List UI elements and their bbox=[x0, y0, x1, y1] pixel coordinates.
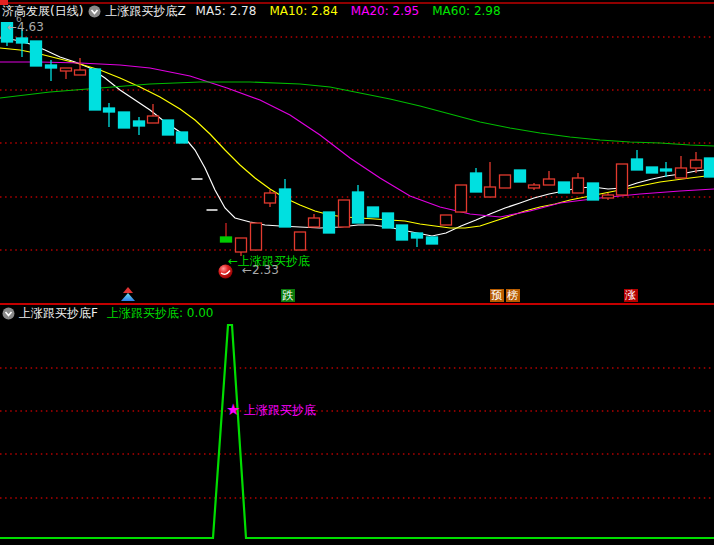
stock-app-window: { "titlebar": { "stock_title": "济高发展(日线)… bbox=[0, 0, 714, 545]
candle-up bbox=[500, 175, 511, 188]
candle-up bbox=[485, 162, 496, 197]
sub-indicator-name[interactable]: 上涨跟买抄底F bbox=[19, 305, 98, 322]
sub-indicator-dropdown-chevron-icon[interactable] bbox=[2, 307, 15, 320]
candle-down bbox=[119, 112, 130, 128]
candle-down bbox=[705, 158, 714, 177]
candle-down bbox=[31, 41, 42, 66]
stock-title: 济高发展(日线) bbox=[2, 3, 83, 20]
high-price-label: ←4.63 bbox=[7, 21, 44, 33]
candle-down bbox=[647, 167, 658, 173]
candle-down bbox=[397, 225, 408, 240]
sub-panel-header: 上涨跟买抄底F 上涨跟买抄底: 0.00 bbox=[2, 306, 213, 321]
footer-button-glyph[interactable]: 跌 bbox=[281, 289, 295, 302]
candle-signal bbox=[221, 223, 232, 242]
candle-up bbox=[148, 104, 159, 123]
candle-up bbox=[61, 68, 72, 79]
candle-down bbox=[632, 150, 643, 170]
candle-down bbox=[163, 120, 174, 135]
candle-down bbox=[383, 213, 394, 228]
ma60-value: MA60: 2.98 bbox=[432, 4, 500, 18]
candle-down bbox=[280, 179, 291, 227]
footer-button-3[interactable]: 涨 bbox=[623, 289, 639, 302]
candle-up bbox=[603, 193, 614, 200]
candle-up bbox=[691, 152, 702, 173]
candle-up bbox=[573, 173, 584, 193]
candle-up bbox=[456, 185, 467, 212]
candle-down bbox=[471, 168, 482, 192]
signal-ball-icon bbox=[218, 264, 233, 279]
ma-legend: MA5: 2.78 MA10: 2.84 MA20: 2.95 MA60: 2.… bbox=[196, 4, 501, 18]
footer-button-2[interactable]: 预榜 bbox=[489, 289, 521, 302]
candle-up bbox=[441, 215, 452, 225]
candle-down bbox=[353, 185, 364, 223]
candle-down bbox=[661, 162, 672, 177]
footer-button-1[interactable]: 跌 bbox=[280, 289, 296, 302]
candle-down bbox=[90, 69, 101, 110]
candle-up bbox=[544, 171, 555, 185]
buy-signal-star-label: 上涨跟买抄底 bbox=[244, 404, 316, 416]
candle-down bbox=[368, 207, 379, 217]
low-price-label: ←2.33 bbox=[242, 264, 279, 276]
buy-signal-star-icon: ★ bbox=[226, 402, 240, 418]
candle-down bbox=[134, 117, 145, 135]
candle-down bbox=[515, 170, 526, 182]
footer-button-glyph[interactable]: 涨 bbox=[624, 289, 638, 302]
candle-up bbox=[251, 223, 262, 250]
ma20-value: MA20: 2.95 bbox=[351, 4, 419, 18]
candle-up bbox=[339, 200, 350, 227]
candle-down bbox=[412, 233, 423, 247]
main-indicator-name[interactable]: 上涨跟买抄底Z bbox=[105, 3, 185, 20]
footer-button-glyph[interactable]: 榜 bbox=[506, 289, 520, 302]
candle-up bbox=[676, 156, 687, 178]
candle-down bbox=[46, 60, 57, 81]
chart-title-bar: 济高发展(日线) 上涨跟买抄底Z MA5: 2.78 MA10: 2.84 MA… bbox=[2, 3, 501, 19]
candle-up bbox=[529, 183, 540, 190]
ma5-value: MA5: 2.78 bbox=[196, 4, 257, 18]
candle-up bbox=[295, 232, 306, 250]
ma-line-MA60 bbox=[0, 82, 714, 146]
sub-indicator-value: 上涨跟买抄底: 0.00 bbox=[107, 305, 214, 322]
indicator-dropdown-chevron-icon[interactable] bbox=[88, 5, 101, 18]
indicator-line bbox=[0, 325, 714, 538]
candle-up bbox=[617, 164, 628, 195]
ma10-value: MA10: 2.84 bbox=[269, 4, 337, 18]
panel-divider-handle-icon[interactable] bbox=[119, 287, 137, 302]
candle-down bbox=[324, 212, 335, 233]
footer-button-glyph[interactable]: 预 bbox=[490, 289, 504, 302]
candle-down bbox=[588, 183, 599, 200]
candle-down bbox=[177, 132, 188, 143]
candle-down bbox=[104, 103, 115, 127]
indicator-chart[interactable] bbox=[0, 322, 714, 545]
candlestick-chart[interactable] bbox=[0, 22, 714, 288]
candle-up bbox=[75, 58, 86, 75]
candle-down bbox=[427, 237, 438, 244]
candle-up bbox=[265, 190, 276, 207]
candle-up bbox=[309, 214, 320, 227]
candle-down bbox=[559, 182, 570, 193]
